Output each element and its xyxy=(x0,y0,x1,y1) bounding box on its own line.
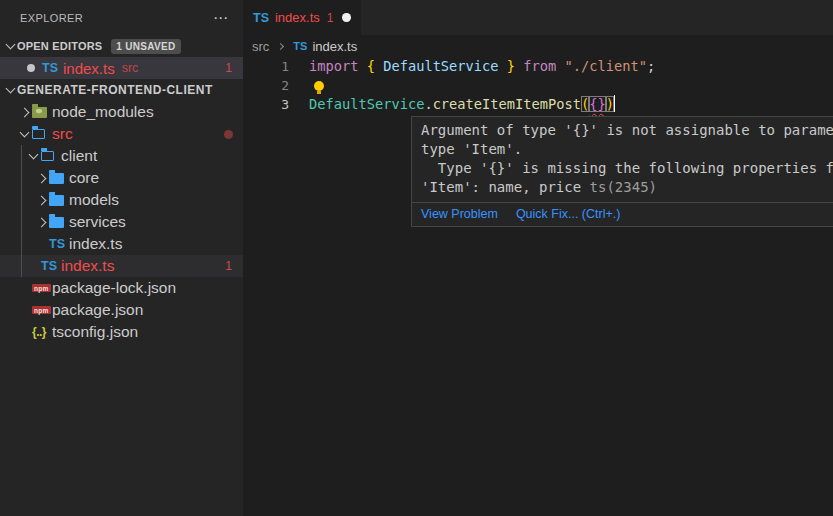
editor-area: TS index.ts 1 src TS index.ts 1 import {… xyxy=(243,0,833,516)
ts-file-icon: TS xyxy=(49,237,69,251)
tab-bar: TS index.ts 1 xyxy=(243,0,833,35)
project-name: GENERATE-FRONTEND-CLIENT xyxy=(17,83,213,97)
ts-file-icon: TS xyxy=(42,61,58,75)
line-number: 3 xyxy=(243,95,289,114)
line-number: 2 xyxy=(243,76,289,95)
more-actions-icon[interactable]: ⋯ xyxy=(213,13,229,23)
folder-open-icon xyxy=(41,151,61,161)
folder-open-icon xyxy=(32,129,52,139)
file-name: index.ts xyxy=(63,60,115,77)
chevron-right-icon xyxy=(277,42,284,49)
folder-icon xyxy=(49,195,69,206)
error-hover-tooltip: Argument of type '{}' is not assignable … xyxy=(411,116,833,227)
tree-item-node-modules[interactable]: node_modules xyxy=(0,101,243,123)
text-cursor xyxy=(614,95,616,112)
tab-file-name: index.ts xyxy=(275,10,320,25)
breadcrumb-folder[interactable]: src xyxy=(252,39,269,54)
code-line-3[interactable]: 3 DefaultService.createItemItemPost({}) xyxy=(243,95,833,114)
hover-action-bar: View Problem Quick Fix... (Ctrl+.) xyxy=(412,202,833,226)
code-editor[interactable]: 1 import { DefaultService } from "./clie… xyxy=(243,57,833,114)
tree-item-index-ts-src[interactable]: TS index.ts 1 xyxy=(0,255,243,277)
error-count: 1 xyxy=(225,259,232,273)
chevron-down-icon[interactable] xyxy=(4,88,17,92)
npm-file-icon: npm xyxy=(32,306,52,314)
unsaved-dot-icon[interactable] xyxy=(342,13,351,22)
chevron-right-icon[interactable] xyxy=(33,175,49,182)
tree-item-tsconfig-json[interactable]: {..} tsconfig.json xyxy=(0,321,243,343)
error-dot-icon xyxy=(224,130,233,139)
line-number: 1 xyxy=(243,57,289,76)
modified-dot-icon[interactable] xyxy=(27,64,35,72)
tree-item-package-json[interactable]: npm package.json xyxy=(0,299,243,321)
tab-error-count: 1 xyxy=(327,11,334,25)
indent-guide xyxy=(21,145,22,277)
project-section-header[interactable]: GENERATE-FRONTEND-CLIENT xyxy=(0,79,243,101)
open-editors-header[interactable]: OPEN EDITORS 1 UNSAVED xyxy=(0,35,243,57)
ts-file-icon: TS xyxy=(41,259,61,273)
npm-folder-icon xyxy=(32,107,52,118)
folder-icon xyxy=(49,173,69,184)
tree-item-core[interactable]: core xyxy=(0,167,243,189)
tree-item-index-ts-client[interactable]: TS index.ts xyxy=(0,233,243,255)
open-editor-item-index-ts[interactable]: TS index.ts src 1 xyxy=(0,57,243,79)
ts-file-icon: TS xyxy=(253,11,269,25)
chevron-down-icon[interactable] xyxy=(4,44,17,48)
sidebar-header: EXPLORER ⋯ xyxy=(0,0,243,35)
tree-item-package-lock-json[interactable]: npm package-lock.json xyxy=(0,277,243,299)
chevron-right-icon[interactable] xyxy=(33,197,49,204)
error-code: ts(2345) xyxy=(590,179,657,195)
chevron-right-icon[interactable] xyxy=(16,109,32,116)
ts-file-icon: TS xyxy=(293,40,307,52)
tab-index-ts[interactable]: TS index.ts 1 xyxy=(243,0,361,35)
vscode-window: EXPLORER ⋯ OPEN EDITORS 1 UNSAVED TS ind… xyxy=(0,0,833,516)
json-file-icon: {..} xyxy=(32,325,52,339)
open-editors-label: OPEN EDITORS xyxy=(17,40,102,52)
code-line-2[interactable]: 2 xyxy=(243,76,833,95)
explorer-sidebar: EXPLORER ⋯ OPEN EDITORS 1 UNSAVED TS ind… xyxy=(0,0,243,516)
npm-file-icon: npm xyxy=(32,284,52,292)
tree-item-client[interactable]: client xyxy=(0,145,243,167)
folder-icon xyxy=(49,217,69,228)
tree-item-models[interactable]: models xyxy=(0,189,243,211)
breadcrumb: src TS index.ts xyxy=(243,35,833,57)
error-count: 1 xyxy=(225,61,232,75)
quick-fix-link[interactable]: Quick Fix... (Ctrl+.) xyxy=(516,207,621,221)
code-line-1[interactable]: 1 import { DefaultService } from "./clie… xyxy=(243,57,833,76)
breadcrumb-file[interactable]: index.ts xyxy=(312,39,357,54)
chevron-down-icon[interactable] xyxy=(25,154,41,158)
tree-item-src[interactable]: src xyxy=(0,123,243,145)
error-message: Argument of type '{}' is not assignable … xyxy=(412,117,833,202)
tree-item-services[interactable]: services xyxy=(0,211,243,233)
explorer-title: EXPLORER xyxy=(20,12,83,24)
chevron-right-icon[interactable] xyxy=(33,219,49,226)
view-problem-link[interactable]: View Problem xyxy=(421,207,498,221)
lightbulb-icon[interactable] xyxy=(314,81,324,91)
unsaved-badge: 1 UNSAVED xyxy=(111,39,180,54)
chevron-down-icon[interactable] xyxy=(16,132,32,136)
file-description: src xyxy=(122,61,139,75)
